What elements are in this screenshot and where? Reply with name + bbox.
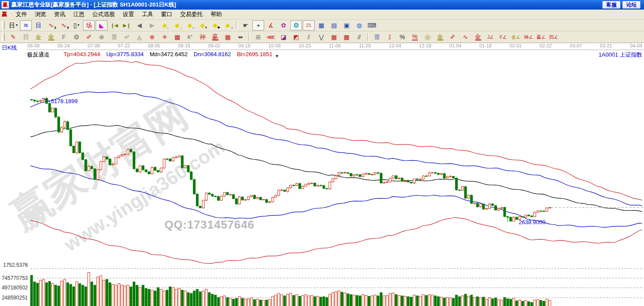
- candle-body: [142, 166, 144, 170]
- shen-angle-icon[interactable]: 神∠: [523, 32, 534, 42]
- crosshair-tool-icon[interactable]: ＋: [252, 20, 264, 30]
- wave-tool-icon[interactable]: ∿: [460, 32, 471, 42]
- volume-bar: [383, 296, 385, 306]
- menu-item-4[interactable]: 公式选股: [88, 10, 119, 19]
- angle-measure-icon[interactable]: ∡: [265, 20, 277, 30]
- shift-left-icon[interactable]: ◆←: [159, 20, 171, 30]
- candle-body: [413, 179, 415, 183]
- circle-grid-icon[interactable]: ⊕: [96, 32, 107, 42]
- shen-tool-icon[interactable]: 神: [197, 32, 208, 42]
- percent-7-icon[interactable]: ⁒: [384, 32, 396, 42]
- calculator-icon[interactable]: ▦: [315, 20, 327, 30]
- f-grid-icon[interactable]: F: [58, 32, 70, 42]
- volume-bar: [148, 289, 150, 306]
- gann-flower-icon[interactable]: ✿: [278, 20, 289, 30]
- f-angle-icon[interactable]: F∠: [497, 32, 509, 42]
- wall-grid-icon[interactable]: ▦: [222, 32, 234, 42]
- burst-view-icon[interactable]: ◆✳: [197, 20, 208, 30]
- minute-9-chart-icon[interactable]: ∿9: [58, 20, 70, 30]
- square-grid-icon[interactable]: ▩: [171, 32, 183, 42]
- red-grid-icon[interactable]: ▦: [328, 32, 340, 42]
- red-grid-2-icon[interactable]: ▩: [341, 32, 352, 42]
- k-mark-icon[interactable]: K″: [184, 32, 196, 42]
- measure-brush-icon[interactable]: ✐: [447, 32, 459, 42]
- calendar-icon[interactable]: 21: [303, 20, 315, 30]
- menu-item-0[interactable]: 文件: [12, 10, 31, 19]
- target-circle-icon[interactable]: ⊕: [146, 32, 158, 42]
- menu-item-3[interactable]: 江恩: [69, 10, 88, 19]
- zoom-in-icon[interactable]: ◆✚: [209, 20, 221, 30]
- menu-item-5[interactable]: 设置: [119, 10, 138, 19]
- gold-lines-icon[interactable]: 金: [434, 32, 446, 42]
- angle-a-icon[interactable]: ◬: [134, 32, 145, 42]
- v-lines-icon[interactable]: ⋁: [315, 32, 327, 42]
- toolbar-grip[interactable]: [2, 21, 5, 29]
- hatch-lines-icon[interactable]: ☰: [108, 32, 120, 42]
- slant-lines-icon[interactable]: ⫻: [353, 32, 365, 42]
- spiral-tool-icon[interactable]: ❂: [70, 32, 82, 42]
- menu-item-8[interactable]: 交易委托: [176, 10, 207, 19]
- web-export-icon[interactable]: ◍: [353, 20, 365, 30]
- si-angle-icon[interactable]: 四∠: [548, 32, 560, 42]
- n-square-icon[interactable]: n²: [121, 32, 133, 42]
- brush-tool-icon[interactable]: ✎: [7, 32, 19, 42]
- customer-service-button[interactable]: 客服: [602, 1, 621, 9]
- gold-underline-icon[interactable]: 金: [472, 32, 484, 42]
- volume-bar: [118, 283, 120, 306]
- prev-bar-button[interactable]: ◀: [134, 20, 145, 30]
- candle-body: [506, 217, 509, 218]
- notebook-icon[interactable]: ▤: [328, 20, 340, 30]
- menu-item-9[interactable]: 帮助: [207, 10, 226, 19]
- smart-analysis-icon[interactable]: ❂: [290, 20, 302, 30]
- menu-item-6[interactable]: 工具: [138, 10, 157, 19]
- red-brush-icon[interactable]: ✐: [83, 32, 95, 42]
- candle-body: [362, 174, 364, 176]
- angle-lines-icon[interactable]: ⫽: [303, 32, 315, 42]
- fan-box-2-icon[interactable]: ◩: [290, 32, 302, 42]
- horizontal-span-icon[interactable]: ⬌: [235, 32, 246, 42]
- volume-bar: [79, 283, 81, 306]
- candle-body: [287, 188, 289, 191]
- expand-horizontal-icon[interactable]: ◆↔: [184, 20, 196, 30]
- levels-icon[interactable]: ☰: [371, 32, 383, 42]
- color-kline-icon[interactable]: ◣: [96, 20, 107, 30]
- ying-angle-icon[interactable]: 赢∠: [535, 32, 547, 42]
- fan-lines-icon[interactable]: ⋘: [265, 32, 277, 42]
- ying-tool-icon[interactable]: 赢: [209, 32, 221, 42]
- toolbar-grip[interactable]: [2, 33, 5, 41]
- gold-circle-icon[interactable]: ㊎: [422, 32, 433, 42]
- shift-right-icon[interactable]: ◆→: [171, 20, 183, 30]
- expand-vertical-icon[interactable]: ◆↕: [222, 20, 234, 30]
- hand-pan-tool-icon[interactable]: ☛: [240, 20, 252, 30]
- candle-style-button[interactable]: ▯▾: [70, 20, 82, 30]
- percent-icon[interactable]: %: [396, 32, 408, 42]
- next-bar-button[interactable]: ▶: [146, 20, 158, 30]
- gold-grid-2-icon[interactable]: 金: [45, 32, 57, 42]
- minute-3-chart-icon[interactable]: ∿3: [45, 20, 57, 30]
- candle-body: [389, 178, 391, 182]
- quote-list-icon[interactable]: 目: [33, 20, 44, 30]
- volume-bar: [67, 282, 69, 306]
- star-grid-icon[interactable]: ✳: [159, 32, 171, 42]
- dropdown-marker-icon[interactable]: ▼: [275, 54, 279, 58]
- print-icon[interactable]: ⌨: [366, 20, 378, 30]
- save-icon[interactable]: ▣: [341, 20, 352, 30]
- gold-grid-1-icon[interactable]: 金: [33, 32, 44, 42]
- grid-lines-icon[interactable]: ☷: [20, 32, 32, 42]
- gann-grid-mode-icon[interactable]: 场: [83, 20, 95, 30]
- menu-item-2[interactable]: 资讯: [50, 10, 69, 19]
- period-daily-button[interactable]: 日▾: [7, 20, 19, 30]
- forum-button[interactable]: 论坛: [622, 1, 641, 9]
- volume-bar: [199, 292, 201, 306]
- j-angle-icon[interactable]: J∠: [485, 32, 496, 42]
- gold-angle-icon[interactable]: 金∠: [510, 32, 522, 42]
- menu-item-1[interactable]: 浏览: [31, 10, 50, 19]
- last-page-button[interactable]: ▶❙: [121, 20, 133, 30]
- percent-underline-icon[interactable]: %: [409, 32, 421, 42]
- fan-box-icon[interactable]: ◪: [278, 32, 289, 42]
- box-tool-icon[interactable]: ⊞: [252, 32, 264, 42]
- kline-view-icon[interactable]: ≋: [20, 20, 32, 30]
- first-page-button[interactable]: ❙◀: [108, 20, 120, 30]
- candle-body: [344, 172, 346, 173]
- menu-item-7[interactable]: 窗口: [157, 10, 176, 19]
